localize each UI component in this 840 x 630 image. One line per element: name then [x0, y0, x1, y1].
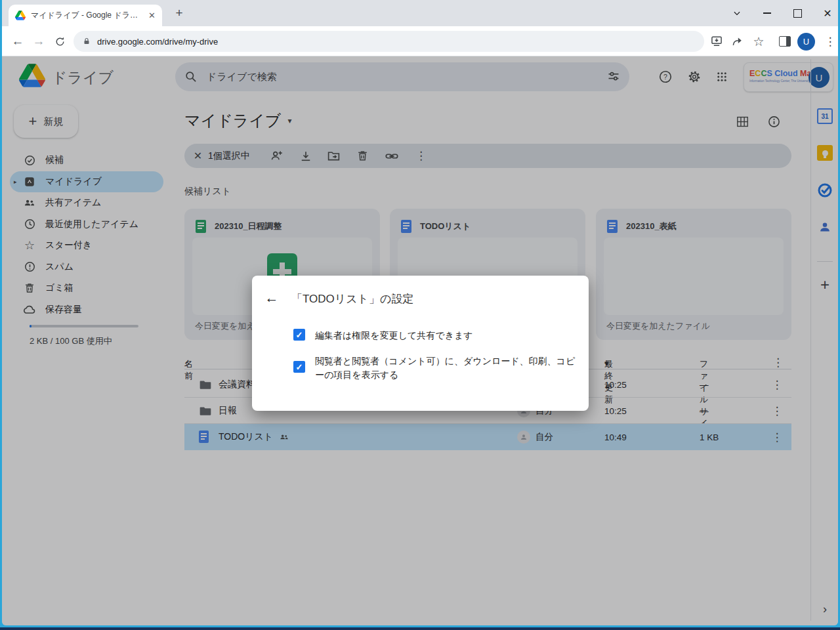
lock-icon — [83, 37, 91, 46]
tab-search-chevron-icon[interactable] — [728, 4, 746, 22]
tab-strip: マイドライブ - Google ドライブ ✕ + ✕ — [2, 0, 838, 26]
desktop: マイドライブ - Google ドライブ ✕ + ✕ ← → drive.goo… — [0, 0, 840, 630]
dialog-option: ✓ 編集者は権限を変更して共有できます — [293, 329, 473, 343]
check-icon: ✓ — [296, 330, 303, 340]
forward-button: → — [31, 33, 47, 49]
new-tab-button[interactable]: + — [171, 5, 187, 21]
checkbox-checked[interactable]: ✓ — [293, 329, 305, 341]
browser-menu-kebab-icon[interactable]: ⋮ — [822, 33, 838, 49]
browser-window: マイドライブ - Google ドライブ ✕ + ✕ ← → drive.goo… — [2, 0, 838, 625]
checkbox-checked[interactable]: ✓ — [293, 361, 305, 373]
option-label: 閲覧者と閲覧者（コメント可）に、ダウンロード、印刷、コピーの項目を表示する — [315, 354, 578, 382]
option-label: 編集者は権限を変更して共有できます — [315, 329, 473, 343]
dialog-option: ✓ 閲覧者と閲覧者（コメント可）に、ダウンロード、印刷、コピーの項目を表示する — [293, 354, 578, 382]
address-bar[interactable]: drive.google.com/drive/my-drive — [74, 31, 704, 52]
download-page-icon[interactable] — [709, 33, 724, 49]
tab-title: マイドライブ - Google ドライブ — [31, 10, 143, 21]
share-icon[interactable] — [730, 33, 746, 49]
drive-favicon — [15, 10, 26, 20]
maximize-button[interactable] — [788, 4, 807, 22]
dialog-back-icon[interactable]: ← — [264, 290, 280, 306]
browser-profile-avatar[interactable]: U — [797, 33, 815, 51]
dialog-title: 「TODOリスト」の設定 — [291, 291, 413, 306]
share-settings-dialog: ← 「TODOリスト」の設定 ✓ 編集者は権限を変更して共有できます ✓ 閲覧者… — [252, 276, 589, 411]
minimize-button[interactable] — [758, 4, 776, 22]
url-text: drive.google.com/drive/my-drive — [97, 37, 218, 47]
tab-close-icon[interactable]: ✕ — [148, 11, 156, 20]
bookmark-star-icon[interactable]: ☆ — [751, 33, 766, 49]
refresh-button[interactable] — [52, 33, 68, 49]
check-icon: ✓ — [296, 362, 303, 372]
back-button[interactable]: ← — [10, 33, 26, 49]
close-window-button[interactable]: ✕ — [818, 4, 837, 22]
browser-tab[interactable]: マイドライブ - Google ドライブ ✕ — [9, 5, 162, 26]
side-panel-icon[interactable] — [777, 33, 793, 49]
